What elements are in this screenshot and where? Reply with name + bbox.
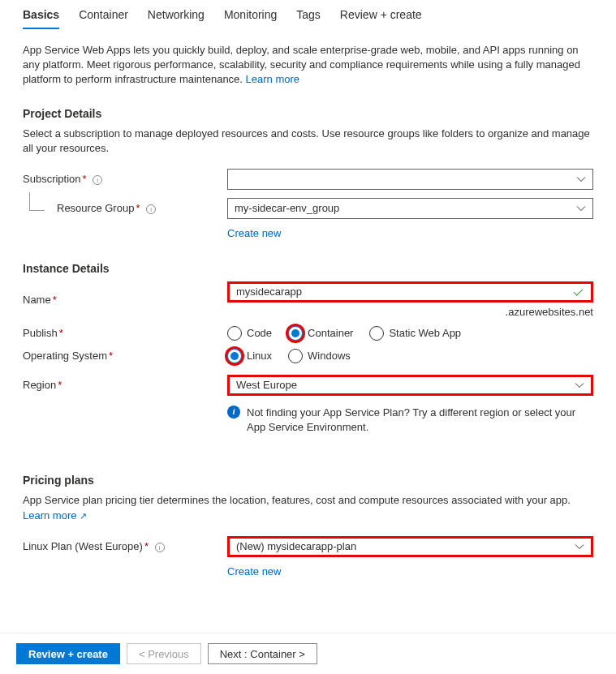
info-icon[interactable]: i: [93, 175, 102, 185]
info-icon: i: [227, 406, 240, 419]
rg-create-new-link[interactable]: Create new: [227, 227, 593, 239]
tabs: Basics Container Networking Monitoring T…: [23, 0, 593, 30]
footer: Review + create < Previous Next : Contai…: [0, 633, 616, 674]
region-label: Region*: [23, 379, 227, 391]
region-select[interactable]: West Europe: [227, 375, 593, 396]
pricing-heading: Pricing plans: [23, 474, 593, 487]
project-details-desc: Select a subscription to manage deployed…: [23, 127, 593, 156]
publish-label: Publish*: [23, 327, 227, 339]
subscription-select[interactable]: [227, 169, 593, 190]
os-radio-group: Linux Windows: [227, 349, 593, 363]
name-suffix: .azurewebsites.net: [227, 306, 593, 318]
tab-basics[interactable]: Basics: [23, 3, 59, 29]
os-windows-radio[interactable]: Windows: [288, 349, 351, 363]
chevron-down-icon: [575, 540, 584, 552]
previous-button: < Previous: [127, 643, 201, 664]
resource-group-label: Resource Group* i: [23, 202, 227, 214]
next-button[interactable]: Next : Container >: [208, 643, 317, 664]
chevron-down-icon: [576, 202, 586, 214]
tab-review[interactable]: Review + create: [340, 3, 422, 29]
tab-tags[interactable]: Tags: [296, 3, 321, 29]
chevron-down-icon: [575, 379, 584, 391]
review-create-button[interactable]: Review + create: [16, 643, 120, 664]
publish-code-radio[interactable]: Code: [227, 326, 272, 341]
linux-plan-label: Linux Plan (West Europe)* i: [23, 540, 227, 552]
os-label: Operating System*: [23, 350, 227, 362]
project-details-heading: Project Details: [23, 107, 593, 120]
tab-monitoring[interactable]: Monitoring: [224, 3, 277, 29]
intro-text: App Service Web Apps lets you quickly bu…: [23, 43, 593, 88]
name-label: Name*: [23, 294, 227, 306]
info-icon[interactable]: i: [146, 204, 156, 214]
pricing-learn-more-link[interactable]: Learn more: [23, 509, 87, 522]
pricing-desc: App Service plan pricing tier determines…: [23, 493, 593, 522]
subscription-label: Subscription* i: [23, 173, 227, 185]
os-linux-radio[interactable]: Linux: [227, 349, 272, 363]
chevron-down-icon: [576, 173, 586, 185]
linux-plan-select[interactable]: (New) mysidecarapp-plan: [227, 536, 593, 557]
tab-networking[interactable]: Networking: [148, 3, 205, 29]
tab-container[interactable]: Container: [79, 3, 128, 29]
info-icon[interactable]: i: [155, 543, 165, 552]
intro-learn-more-link[interactable]: Learn more: [246, 73, 299, 85]
region-info-banner: i Not finding your App Service Plan? Try…: [227, 406, 593, 435]
resource-group-select[interactable]: my-sidecar-env_group: [227, 198, 593, 219]
intro-text-body: App Service Web Apps lets you quickly bu…: [23, 44, 580, 85]
publish-container-radio[interactable]: Container: [288, 326, 353, 341]
plan-create-new-link[interactable]: Create new: [227, 565, 593, 577]
instance-details-heading: Instance Details: [23, 262, 593, 275]
publish-radio-group: Code Container Static Web App: [227, 326, 593, 341]
publish-static-radio[interactable]: Static Web App: [369, 326, 461, 341]
name-input[interactable]: mysidecarapp: [227, 281, 593, 303]
